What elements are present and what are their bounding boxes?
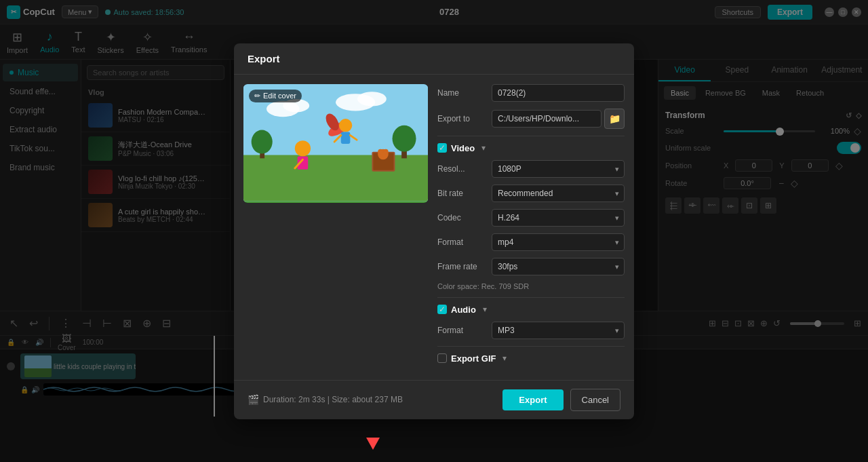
gif-dropdown-icon[interactable]: ▾ (502, 353, 507, 363)
gif-checkbox[interactable] (437, 353, 447, 363)
framerate-select-wrapper: 30fps 24fps 60fps (492, 258, 625, 275)
export-path: C:/Users/HP/Downlo... (492, 110, 601, 128)
format-select[interactable]: mp4 mov avi (492, 233, 625, 251)
film-icon: 🎬 (248, 394, 259, 405)
format-row: Format mp4 mov avi (437, 233, 625, 251)
dialog-footer: 🎬 Duration: 2m 33s | Size: about 237 MB … (234, 380, 634, 419)
codec-row: Codec H.264 H.265 (437, 209, 625, 227)
export-dialog-overlay: Export (0, 0, 868, 462)
arrow-indicator (366, 438, 380, 450)
framerate-label: Frame rate (437, 262, 492, 271)
resolution-row: Resol... 1080P 720P 4K (437, 160, 625, 178)
edit-icon: ✏ (254, 92, 260, 100)
name-input[interactable] (492, 84, 625, 102)
svg-point-7 (357, 92, 387, 106)
audio-format-label: Format (437, 326, 492, 335)
dialog-body: ✏ Edit cover Name Export to (234, 75, 634, 380)
video-dropdown-icon[interactable]: ▾ (481, 143, 486, 153)
name-row: Name (437, 84, 625, 102)
audio-format-row: Format MP3 AAC WAV (437, 322, 625, 339)
gif-section-header: Export GIF ▾ (437, 353, 625, 364)
export-to-label: Export to (437, 114, 492, 123)
format-select-wrapper: mp4 mov avi (492, 233, 625, 251)
resolution-select[interactable]: 1080P 720P 4K (492, 160, 625, 178)
gif-section-title: Export GIF (451, 353, 496, 364)
audio-section-header: ✓ Audio ▾ (437, 305, 625, 315)
video-section-header: ✓ Video ▾ (437, 143, 625, 153)
svg-point-21 (383, 149, 389, 154)
name-label: Name (437, 88, 492, 98)
svg-point-20 (378, 149, 383, 154)
preview-cover: ✏ Edit cover (243, 84, 428, 203)
framerate-select[interactable]: 30fps 24fps 60fps (492, 258, 625, 275)
footer-info: 🎬 Duration: 2m 33s | Size: about 237 MB (248, 394, 496, 405)
settings-section: Name Export to C:/Users/HP/Downlo... 📁 (437, 75, 634, 380)
resolution-label: Resol... (437, 164, 492, 174)
svg-point-25 (252, 130, 273, 153)
divider-3 (437, 346, 625, 347)
export-dialog: Export (234, 43, 634, 419)
export-confirm-button[interactable]: Export (502, 389, 563, 410)
audio-dropdown-icon[interactable]: ▾ (483, 305, 487, 314)
color-space-note: Color space: Rec. 709 SDR (437, 282, 625, 290)
codec-label: Codec (437, 213, 492, 223)
audio-section-title: Audio (451, 305, 476, 315)
framerate-row: Frame rate 30fps 24fps 60fps (437, 258, 625, 275)
codec-select[interactable]: H.264 H.265 (492, 209, 625, 227)
audio-format-select-wrapper: MP3 AAC WAV (492, 322, 625, 339)
preview-section: ✏ Edit cover (234, 75, 437, 380)
codec-select-wrapper: H.264 H.265 (492, 209, 625, 227)
format-label: Format (437, 237, 492, 247)
svg-point-14 (295, 140, 311, 156)
bitrate-select-wrapper: Recommended Low High (492, 185, 625, 202)
bitrate-row: Bit rate Recommended Low High (437, 185, 625, 202)
dialog-header: Export (234, 43, 634, 75)
cancel-button[interactable]: Cancel (570, 389, 620, 411)
export-to-row: Export to C:/Users/HP/Downlo... 📁 (437, 109, 625, 129)
resolution-select-wrapper: 1080P 720P 4K (492, 160, 625, 178)
video-checkbox[interactable]: ✓ (437, 143, 447, 153)
svg-point-23 (393, 125, 416, 151)
bitrate-label: Bit rate (437, 189, 492, 198)
video-section-title: Video (451, 143, 475, 153)
folder-button[interactable]: 📁 (604, 109, 625, 129)
bitrate-select[interactable]: Recommended Low High (492, 185, 625, 202)
audio-checkbox[interactable]: ✓ (437, 305, 447, 314)
svg-point-10 (339, 119, 352, 132)
arrow-down-icon (366, 438, 380, 450)
edit-cover-button[interactable]: ✏ Edit cover (249, 90, 302, 102)
svg-rect-3 (243, 155, 428, 201)
divider-2 (437, 297, 625, 298)
svg-rect-11 (341, 132, 351, 143)
divider (437, 136, 625, 136)
audio-format-select[interactable]: MP3 AAC WAV (492, 322, 625, 339)
